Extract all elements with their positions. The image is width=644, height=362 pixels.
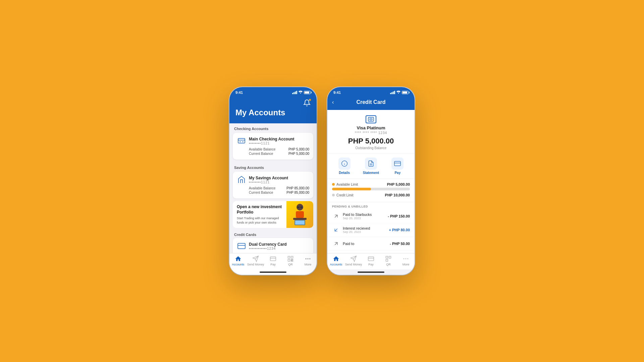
nav-pay-label-2: Pay	[368, 263, 374, 266]
battery-icon-1	[304, 91, 311, 94]
nav-more-label-1: More	[305, 263, 312, 266]
saving-account-card[interactable]: My Savings Account ••••••••1121 Availabl…	[233, 172, 313, 198]
invest-illustration	[286, 201, 313, 228]
signal-icon-2	[390, 91, 395, 94]
credit-limit-amount: PHP 10,000.00	[385, 193, 410, 197]
invest-banner[interactable]: Open a new investment Portfolio Start Tr…	[233, 201, 313, 228]
home-indicator-2	[327, 269, 415, 275]
transaction-item-2[interactable]: Interest recieved Sep 20, 2023 + PHP 80.…	[327, 223, 415, 237]
more-nav-icon-1	[305, 255, 311, 262]
pay-action[interactable]: Pay	[391, 158, 404, 175]
pay-label: Pay	[394, 171, 400, 175]
phones-container: 9:41	[229, 87, 415, 275]
txn-name-1: Paid to Starbucks	[343, 213, 385, 217]
status-icons-2	[390, 90, 409, 95]
details-label: Details	[339, 171, 350, 175]
svg-point-30	[404, 258, 405, 259]
nav-accounts-1[interactable]: Accounts	[229, 255, 247, 266]
credit-dot	[332, 194, 335, 196]
txn-incoming-icon-2	[332, 226, 340, 234]
saving-account-icon	[237, 175, 246, 184]
svg-point-17	[306, 258, 307, 259]
status-bar-1: 9:41	[229, 87, 317, 97]
nav-pay-1[interactable]: Pay	[264, 255, 282, 266]
bottom-nav-1: Accounts Send Money Pay	[229, 253, 317, 269]
back-button[interactable]: ‹	[332, 99, 334, 105]
credit-card-number: ••••••••••••1234	[249, 247, 287, 250]
svg-point-19	[310, 258, 311, 259]
home-nav-icon-2	[333, 255, 339, 262]
saving-label: Saving Accounts	[229, 162, 317, 172]
accounts-scroll[interactable]: Checking Accounts Main Checking Account …	[229, 123, 317, 253]
notification-dot	[309, 99, 311, 101]
invest-subtitle: Start Trading with our managed funds or …	[237, 216, 282, 225]
send-nav-icon-1	[252, 255, 259, 262]
svg-rect-8	[238, 243, 245, 249]
nav-pay-label-1: Pay	[270, 263, 276, 266]
txn-date-1: Sep 20, 2023	[343, 217, 385, 220]
saving-current-label: Current Balance	[249, 191, 273, 194]
checking-account-card[interactable]: Main Checking Account ••••••••1121 Avail…	[233, 133, 313, 160]
nav-send-label-1: Send Money	[247, 263, 264, 266]
svg-rect-13	[291, 259, 292, 260]
svg-rect-6	[297, 206, 300, 208]
status-time-2: 9:41	[333, 90, 341, 95]
card-balance: PHP 5,000.00	[348, 137, 394, 145]
battery-icon-2	[402, 91, 409, 94]
home-nav-icon-1	[235, 255, 241, 262]
pay-nav-icon-2	[368, 255, 374, 262]
wifi-icon-1	[299, 90, 303, 95]
svg-rect-5	[295, 221, 305, 225]
signal-icon-1	[292, 91, 297, 94]
transaction-item-1[interactable]: Paid to Starbucks Sep 20, 2023 - PHP 150…	[327, 209, 415, 223]
credit-card-content: Visa Platinum **** **** **** 1234 PHP 5,…	[327, 110, 415, 269]
nav-pay-2[interactable]: Pay	[362, 255, 380, 266]
wifi-icon-2	[396, 90, 400, 95]
credit-card-item[interactable]: Dual Currency Card ••••••••••••1234	[233, 238, 313, 253]
txn-amount-3: - PHP 50.00	[390, 242, 410, 246]
svg-rect-7	[300, 206, 303, 208]
card-info-section: Visa Platinum **** **** **** 1234 PHP 5,…	[327, 110, 415, 154]
notification-bell-icon[interactable]	[303, 99, 311, 107]
checking-available-label: Available Balance	[249, 147, 275, 151]
nav-qr-1[interactable]: QR	[282, 255, 299, 266]
svg-rect-15	[291, 261, 292, 261]
status-icons-1	[292, 90, 311, 95]
nav-more-1[interactable]: More	[299, 255, 317, 266]
svg-point-18	[308, 258, 309, 259]
nav-send-1[interactable]: Send Money	[247, 255, 264, 266]
nav-accounts-2[interactable]: Accounts	[327, 255, 345, 266]
svg-rect-26	[368, 257, 374, 261]
checking-current-label: Current Balance	[249, 152, 273, 156]
credit-progress-bar	[332, 188, 410, 190]
saving-current-amount: PHP 85,000.00	[286, 191, 309, 194]
checking-available-amount: PHP 5,000.00	[288, 147, 309, 151]
svg-rect-29	[386, 259, 388, 261]
svg-rect-0	[238, 138, 245, 143]
svg-rect-11	[291, 256, 293, 258]
transaction-item-3[interactable]: Paid to - PHP 50.00	[327, 237, 415, 251]
txn-name-2: Interest recieved	[343, 226, 386, 230]
checking-label: Checking Accounts	[229, 123, 317, 133]
txn-amount-1: - PHP 150.00	[388, 214, 410, 218]
svg-rect-10	[288, 256, 290, 258]
credit-cards-label: Credit Cards	[229, 231, 317, 238]
card-actions: Details Statement	[327, 154, 415, 179]
available-limit-label: Available Limit	[336, 183, 358, 186]
nav-send-label-2: Send Money	[345, 263, 362, 266]
nav-qr-2[interactable]: QR	[380, 255, 397, 266]
send-nav-icon-2	[350, 255, 357, 262]
available-limit-amount: PHP 5,000.00	[387, 182, 410, 186]
txn-amount-2: + PHP 80.00	[389, 228, 410, 232]
bottom-nav-2: Accounts Send Money Pay	[327, 253, 415, 269]
credit-limit-label: Credit Limit	[336, 193, 354, 197]
nav-send-2[interactable]: Send Money	[345, 255, 362, 266]
txn-date-2: Sep 20, 2023	[343, 230, 386, 234]
available-dot	[332, 183, 335, 186]
svg-rect-12	[288, 259, 290, 261]
more-nav-icon-2	[402, 255, 409, 262]
txn-name-3: Paid to	[343, 242, 387, 246]
details-action[interactable]: Details	[338, 158, 351, 175]
nav-more-2[interactable]: More	[397, 255, 415, 266]
statement-action[interactable]: Statement	[363, 158, 379, 175]
